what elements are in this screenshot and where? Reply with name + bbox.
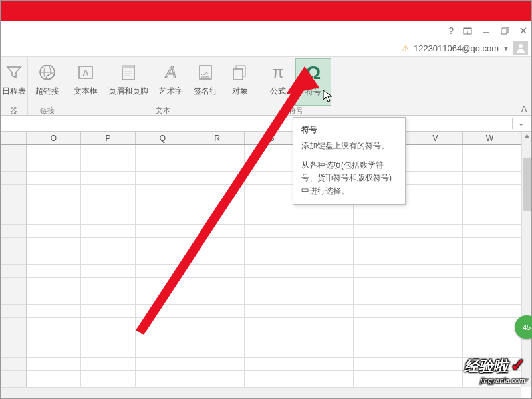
svg-text:A: A [82, 68, 89, 78]
svg-rect-15 [122, 65, 134, 68]
ribbon-label: 艺术字 [159, 86, 183, 97]
ribbon-group-label: 器 [0, 106, 27, 118]
ribbon: 日程表 器 超链接 链接 A 文本框 [0, 56, 532, 116]
svg-point-11 [45, 72, 54, 80]
ribbon-label: 签名行 [194, 86, 217, 97]
select-all-corner[interactable] [0, 132, 27, 144]
svg-point-7 [519, 44, 523, 48]
ribbon-item-wordart[interactable]: A 艺术字 [154, 58, 188, 106]
ribbon-group-label: 文本 [66, 106, 259, 118]
user-email[interactable]: 1223011064@qq.com [414, 43, 499, 53]
ribbon-item-header-footer[interactable]: 页眉和页脚 [103, 58, 154, 106]
svg-rect-4 [501, 29, 507, 34]
ribbon-group-links: 超链接 链接 [28, 57, 66, 115]
ribbon-item-hyperlink[interactable]: 超链接 [30, 58, 65, 106]
ribbon-item-symbol[interactable]: Ω 符号 [295, 58, 331, 106]
ribbon-label: 公式 [270, 86, 286, 97]
ribbon-label: 超链接 [35, 86, 59, 97]
column-headers: O P Q R S T U V W [0, 132, 532, 145]
avatar[interactable] [513, 41, 528, 55]
warning-icon: ⚠ [402, 43, 410, 53]
tooltip-title: 符号 [301, 124, 397, 136]
app-banner [0, 0, 532, 21]
formula-bar: ⌄ [0, 116, 532, 132]
timeline-icon [2, 61, 26, 84]
ribbon-group-filter: 日程表 器 [0, 57, 28, 115]
ribbon-label: 日程表 [2, 86, 26, 97]
ribbon-group-label: 链接 [28, 106, 66, 118]
tooltip-line: 从各种选项(包括数学符号、货币符号和版权符号)中进行选择。 [301, 159, 397, 198]
ribbon-group-label: 符号 [259, 106, 332, 118]
textbox-icon: A [74, 61, 98, 84]
user-dropdown-icon[interactable]: ▼ [503, 45, 509, 52]
ribbon-label: 页眉和页脚 [108, 86, 148, 97]
help-icon[interactable]: ? [448, 25, 454, 36]
scroll-up-icon[interactable]: ▲ [522, 132, 532, 142]
wordart-icon: A [159, 61, 183, 84]
column-header[interactable]: P [81, 132, 136, 144]
ribbon-label: 文本框 [74, 86, 98, 97]
column-header[interactable]: Q [136, 132, 190, 144]
tooltip-line: 添加键盘上没有的符号。 [301, 140, 397, 152]
row-headers[interactable] [0, 145, 27, 387]
ribbon-item-signature[interactable]: 签名行 [188, 58, 223, 106]
ribbon-group-symbols: π 公式 Ω 符号 符号 [259, 57, 332, 115]
equation-icon: π [266, 61, 290, 84]
svg-text:A: A [164, 63, 176, 81]
ribbon-item-textbox[interactable]: A 文本框 [68, 58, 103, 106]
minimize-icon[interactable] [481, 26, 491, 35]
ribbon-item-equation[interactable]: π 公式 [261, 58, 295, 106]
column-header[interactable]: V [408, 132, 463, 144]
titlebar: ? [0, 21, 532, 40]
close-icon[interactable] [519, 26, 528, 35]
column-header[interactable]: W [463, 132, 517, 144]
scroll-down-icon[interactable]: ▼ [522, 376, 532, 387]
tooltip: 符号 添加键盘上没有的符号。 从各种选项(包括数学符号、货币符号和版权符号)中进… [293, 117, 406, 205]
object-icon [228, 61, 252, 84]
ribbon-label: 符号 [305, 86, 321, 98]
ribbon-item-object[interactable]: 对象 [223, 58, 257, 106]
vertical-scrollbar[interactable]: ▲ ▼ [521, 132, 532, 387]
svg-text:π: π [273, 63, 284, 81]
hyperlink-icon [35, 61, 59, 84]
column-header[interactable]: R [190, 132, 245, 144]
ribbon-collapse-icon[interactable]: ᐱ [521, 104, 527, 114]
signature-icon [194, 61, 217, 84]
header-footer-icon [116, 61, 140, 84]
ribbon-label: 对象 [232, 86, 248, 97]
ribbon-item-timeline[interactable]: 日程表 [0, 58, 31, 106]
user-row: ⚠ 1223011064@qq.com ▼ [0, 40, 532, 56]
column-header[interactable]: S [245, 132, 299, 144]
spreadsheet-grid[interactable] [0, 145, 521, 387]
formula-expand-icon[interactable]: ⌄ [512, 118, 529, 129]
scroll-thumb[interactable] [523, 158, 531, 211]
symbol-icon: Ω [301, 61, 325, 85]
restore-icon[interactable] [500, 26, 509, 35]
ribbon-group-text: A 文本框 页眉和页脚 A 艺术字 签名行 [66, 57, 259, 115]
svg-rect-23 [233, 69, 243, 80]
svg-rect-1 [464, 28, 471, 29]
svg-text:Ω: Ω [306, 63, 321, 83]
ribbon-display-icon[interactable] [463, 26, 472, 35]
horizontal-scrollbar[interactable] [0, 387, 521, 399]
column-header[interactable]: O [27, 132, 81, 144]
